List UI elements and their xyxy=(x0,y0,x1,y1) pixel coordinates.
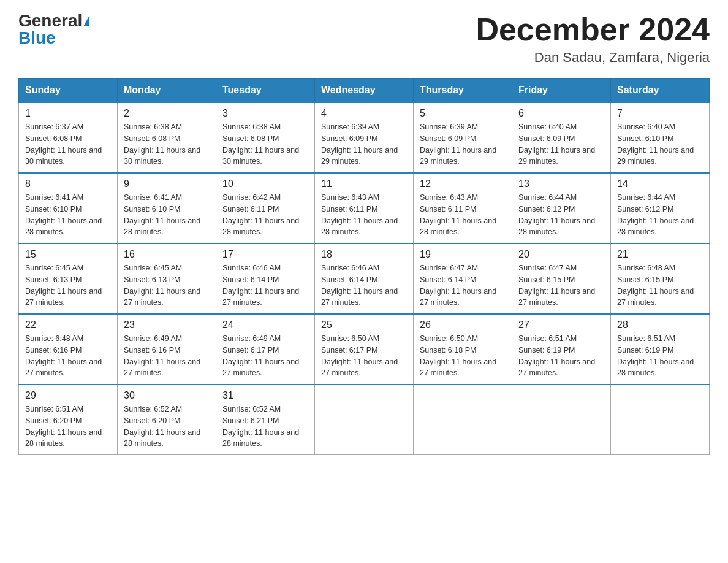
calendar-cell: 13Sunrise: 6:44 AMSunset: 6:12 PMDayligh… xyxy=(512,173,611,243)
day-number: 3 xyxy=(222,108,308,119)
day-info: Sunrise: 6:39 AMSunset: 6:09 PMDaylight:… xyxy=(321,121,407,167)
day-info: Sunrise: 6:47 AMSunset: 6:15 PMDaylight:… xyxy=(518,262,604,308)
day-number: 14 xyxy=(617,178,703,190)
calendar-cell: 29Sunrise: 6:51 AMSunset: 6:20 PMDayligh… xyxy=(19,385,118,455)
day-info: Sunrise: 6:38 AMSunset: 6:08 PMDaylight:… xyxy=(222,121,308,167)
header-day-wednesday: Wednesday xyxy=(315,79,414,103)
calendar-cell: 20Sunrise: 6:47 AMSunset: 6:15 PMDayligh… xyxy=(512,243,611,314)
day-info: Sunrise: 6:52 AMSunset: 6:20 PMDaylight:… xyxy=(124,404,210,450)
day-number: 25 xyxy=(321,320,407,331)
calendar-cell: 15Sunrise: 6:45 AMSunset: 6:13 PMDayligh… xyxy=(19,243,118,314)
header-day-tuesday: Tuesday xyxy=(216,79,315,103)
calendar-cell: 26Sunrise: 6:50 AMSunset: 6:18 PMDayligh… xyxy=(414,314,512,385)
calendar-cell: 10Sunrise: 6:42 AMSunset: 6:11 PMDayligh… xyxy=(216,173,315,243)
day-info: Sunrise: 6:51 AMSunset: 6:19 PMDaylight:… xyxy=(518,333,604,379)
calendar-cell: 17Sunrise: 6:46 AMSunset: 6:14 PMDayligh… xyxy=(216,243,315,314)
day-info: Sunrise: 6:50 AMSunset: 6:18 PMDaylight:… xyxy=(420,333,506,379)
calendar-cell: 8Sunrise: 6:41 AMSunset: 6:10 PMDaylight… xyxy=(19,173,118,243)
calendar-cell: 24Sunrise: 6:49 AMSunset: 6:17 PMDayligh… xyxy=(216,314,315,385)
day-info: Sunrise: 6:43 AMSunset: 6:11 PMDaylight:… xyxy=(321,192,407,238)
calendar-cell: 5Sunrise: 6:39 AMSunset: 6:09 PMDaylight… xyxy=(414,102,512,173)
calendar-cell: 21Sunrise: 6:48 AMSunset: 6:15 PMDayligh… xyxy=(611,243,710,314)
calendar-cell: 16Sunrise: 6:45 AMSunset: 6:13 PMDayligh… xyxy=(118,243,216,314)
day-info: Sunrise: 6:37 AMSunset: 6:08 PMDaylight:… xyxy=(25,121,111,167)
day-number: 28 xyxy=(617,320,703,331)
week-row-2: 8Sunrise: 6:41 AMSunset: 6:10 PMDaylight… xyxy=(19,173,710,243)
day-number: 30 xyxy=(124,390,210,401)
day-info: Sunrise: 6:42 AMSunset: 6:11 PMDaylight:… xyxy=(222,192,308,238)
day-info: Sunrise: 6:45 AMSunset: 6:13 PMDaylight:… xyxy=(25,262,111,308)
day-number: 27 xyxy=(518,320,604,331)
day-number: 22 xyxy=(25,320,111,331)
calendar-cell: 3Sunrise: 6:38 AMSunset: 6:08 PMDaylight… xyxy=(216,102,315,173)
logo: General Blue xyxy=(18,12,89,47)
day-number: 10 xyxy=(222,178,308,190)
day-number: 5 xyxy=(420,108,506,119)
logo-general-text: General xyxy=(18,12,82,29)
calendar-cell xyxy=(315,385,414,455)
week-row-3: 15Sunrise: 6:45 AMSunset: 6:13 PMDayligh… xyxy=(19,243,710,314)
logo-blue-text: Blue xyxy=(18,29,56,47)
day-info: Sunrise: 6:38 AMSunset: 6:08 PMDaylight:… xyxy=(124,121,210,167)
day-info: Sunrise: 6:44 AMSunset: 6:12 PMDaylight:… xyxy=(518,192,604,238)
week-row-5: 29Sunrise: 6:51 AMSunset: 6:20 PMDayligh… xyxy=(19,385,710,455)
calendar-body: 1Sunrise: 6:37 AMSunset: 6:08 PMDaylight… xyxy=(19,102,710,455)
day-number: 24 xyxy=(222,320,308,331)
day-info: Sunrise: 6:46 AMSunset: 6:14 PMDaylight:… xyxy=(321,262,407,308)
logo-triangle-icon xyxy=(83,15,89,26)
header-day-sunday: Sunday xyxy=(19,79,118,103)
calendar-cell: 4Sunrise: 6:39 AMSunset: 6:09 PMDaylight… xyxy=(315,102,414,173)
day-info: Sunrise: 6:47 AMSunset: 6:14 PMDaylight:… xyxy=(420,262,506,308)
header-row: SundayMondayTuesdayWednesdayThursdayFrid… xyxy=(19,79,710,103)
day-info: Sunrise: 6:51 AMSunset: 6:20 PMDaylight:… xyxy=(25,404,111,450)
header-day-saturday: Saturday xyxy=(611,79,710,103)
calendar-cell xyxy=(512,385,611,455)
day-info: Sunrise: 6:51 AMSunset: 6:19 PMDaylight:… xyxy=(617,333,703,379)
calendar-cell: 25Sunrise: 6:50 AMSunset: 6:17 PMDayligh… xyxy=(315,314,414,385)
day-number: 19 xyxy=(420,249,506,260)
calendar-cell: 11Sunrise: 6:43 AMSunset: 6:11 PMDayligh… xyxy=(315,173,414,243)
day-number: 1 xyxy=(25,108,111,119)
day-number: 23 xyxy=(124,320,210,331)
day-number: 13 xyxy=(518,178,604,190)
day-number: 9 xyxy=(124,178,210,190)
day-info: Sunrise: 6:48 AMSunset: 6:15 PMDaylight:… xyxy=(617,262,703,308)
calendar-cell: 7Sunrise: 6:40 AMSunset: 6:10 PMDaylight… xyxy=(611,102,710,173)
day-number: 21 xyxy=(617,249,703,260)
day-number: 29 xyxy=(25,390,111,401)
day-info: Sunrise: 6:39 AMSunset: 6:09 PMDaylight:… xyxy=(420,121,506,167)
day-number: 18 xyxy=(321,249,407,260)
page-header: General Blue December 2024 Dan Sadau, Za… xyxy=(18,12,710,66)
day-number: 20 xyxy=(518,249,604,260)
day-number: 6 xyxy=(518,108,604,119)
calendar-cell: 2Sunrise: 6:38 AMSunset: 6:08 PMDaylight… xyxy=(118,102,216,173)
calendar-table: SundayMondayTuesdayWednesdayThursdayFrid… xyxy=(18,78,710,455)
day-number: 15 xyxy=(25,249,111,260)
day-number: 4 xyxy=(321,108,407,119)
calendar-cell: 14Sunrise: 6:44 AMSunset: 6:12 PMDayligh… xyxy=(611,173,710,243)
calendar-cell: 30Sunrise: 6:52 AMSunset: 6:20 PMDayligh… xyxy=(118,385,216,455)
day-info: Sunrise: 6:48 AMSunset: 6:16 PMDaylight:… xyxy=(25,333,111,379)
day-number: 7 xyxy=(617,108,703,119)
day-info: Sunrise: 6:52 AMSunset: 6:21 PMDaylight:… xyxy=(222,404,308,450)
day-number: 17 xyxy=(222,249,308,260)
calendar-cell: 31Sunrise: 6:52 AMSunset: 6:21 PMDayligh… xyxy=(216,385,315,455)
calendar-cell: 19Sunrise: 6:47 AMSunset: 6:14 PMDayligh… xyxy=(414,243,512,314)
calendar-cell: 28Sunrise: 6:51 AMSunset: 6:19 PMDayligh… xyxy=(611,314,710,385)
day-number: 11 xyxy=(321,178,407,190)
calendar-cell xyxy=(611,385,710,455)
calendar-cell xyxy=(414,385,512,455)
day-number: 8 xyxy=(25,178,111,190)
day-info: Sunrise: 6:44 AMSunset: 6:12 PMDaylight:… xyxy=(617,192,703,238)
day-info: Sunrise: 6:43 AMSunset: 6:11 PMDaylight:… xyxy=(420,192,506,238)
calendar-cell: 23Sunrise: 6:49 AMSunset: 6:16 PMDayligh… xyxy=(118,314,216,385)
calendar-subtitle: Dan Sadau, Zamfara, Nigeria xyxy=(476,50,710,66)
calendar-cell: 1Sunrise: 6:37 AMSunset: 6:08 PMDaylight… xyxy=(19,102,118,173)
day-info: Sunrise: 6:41 AMSunset: 6:10 PMDaylight:… xyxy=(25,192,111,238)
day-number: 12 xyxy=(420,178,506,190)
calendar-cell: 12Sunrise: 6:43 AMSunset: 6:11 PMDayligh… xyxy=(414,173,512,243)
calendar-cell: 18Sunrise: 6:46 AMSunset: 6:14 PMDayligh… xyxy=(315,243,414,314)
day-number: 2 xyxy=(124,108,210,119)
header-day-monday: Monday xyxy=(118,79,216,103)
calendar-cell: 6Sunrise: 6:40 AMSunset: 6:09 PMDaylight… xyxy=(512,102,611,173)
